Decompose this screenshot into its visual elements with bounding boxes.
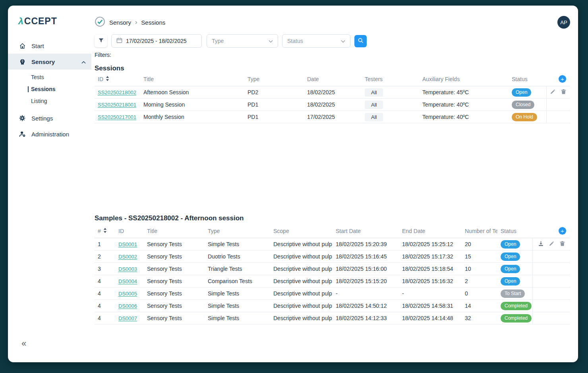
column-header: Title (144, 225, 205, 238)
sample-id-link[interactable]: DS0002 (118, 254, 137, 260)
delete-icon[interactable] (559, 241, 565, 248)
sample-start: 18/02/2025 15:16:00 (333, 263, 399, 275)
session-title: Monthly Session (140, 111, 244, 123)
add-sample-button[interactable]: + (559, 227, 566, 235)
status-select[interactable]: Status (282, 34, 350, 48)
type-select-placeholder: Type (212, 38, 224, 44)
sample-end: 18/02/2025 14:58:31 (399, 300, 462, 312)
user-avatar[interactable]: AP (557, 16, 570, 29)
session-id-link[interactable]: SS20250218001 (98, 102, 136, 108)
breadcrumb-section[interactable]: Sensory (109, 19, 131, 26)
main-content: Sensory › Sessions AP 17/02/2025 - 18/02… (91, 6, 578, 362)
testers-chip: All (365, 88, 383, 97)
download-icon[interactable] (538, 241, 544, 248)
session-aux: Temperature: 40ºC (419, 99, 509, 111)
column-header: Scope (270, 225, 333, 238)
sample-title: Sensory Tests (144, 275, 205, 288)
sidebar-item-sessions[interactable]: Sessions (8, 83, 91, 95)
session-id-link[interactable]: SS20250217001 (98, 114, 136, 120)
filter-button[interactable] (95, 35, 107, 47)
sort-icon (103, 228, 107, 234)
user-admin-icon (18, 130, 26, 138)
search-icon (358, 37, 364, 45)
sample-id-link[interactable]: DS0005 (118, 291, 137, 297)
sidebar-collapse-button[interactable]: « (21, 338, 26, 349)
column-header-label: # (98, 228, 101, 234)
testers-chip: All (365, 113, 383, 121)
column-header: Status (497, 225, 532, 238)
session-aux: Temperature: 45ºC (419, 86, 509, 99)
sample-row[interactable]: 4 DS0006 Sensory Tests Simple Tests Desc… (95, 300, 570, 312)
samples-sort-num[interactable]: # (98, 228, 107, 234)
session-row[interactable]: SS20250218001 Morning Session PD1 18/02/… (95, 99, 570, 111)
sidebar-item-label: Settings (31, 115, 53, 122)
sidebar: λCCEPT Start Sensory Tests Sessio (8, 6, 91, 362)
session-row[interactable]: SS20250218002 Afternoon Session PD2 18/0… (95, 86, 570, 99)
delete-icon[interactable] (561, 89, 567, 96)
sample-row[interactable]: 1 DS0001 Sensory Tests Simple Tests Desc… (95, 238, 570, 251)
sidebar-item-label: Start (31, 43, 44, 49)
edit-icon[interactable] (549, 241, 555, 248)
sidebar-item-label: Sensory (31, 58, 55, 65)
sample-testers: 10 (462, 263, 497, 275)
sample-id-link[interactable]: DS0006 (118, 303, 137, 309)
status-badge: Open (501, 253, 520, 261)
calendar-icon (116, 37, 122, 45)
sidebar-item-administration[interactable]: Administration (8, 126, 91, 142)
sample-testers: 14 (462, 300, 497, 312)
sample-row[interactable]: 4 DS0007 Sensory Tests Simple Tests Desc… (95, 312, 570, 324)
status-badge: Closed (512, 101, 534, 109)
sidebar-item-tests[interactable]: Tests (8, 71, 91, 83)
sample-end: 18/02/2025 14:14:48 (399, 312, 462, 324)
sample-type: Duotrio Tests (205, 251, 270, 263)
sample-title: Sensory Tests (144, 263, 205, 275)
sample-id-link[interactable]: DS0004 (118, 278, 137, 284)
session-row[interactable]: SS20250217001 Monthly Session PD1 17/02/… (95, 111, 570, 123)
search-button[interactable] (354, 35, 367, 47)
sample-row[interactable]: 3 DS0003 Sensory Tests Triangle Tests De… (95, 263, 570, 275)
sample-row[interactable]: 4 DS0004 Sensory Tests Comparison Tests … (95, 275, 570, 288)
date-range-input[interactable]: 17/02/2025 - 18/02/2025 (111, 34, 202, 48)
sample-scope: Descriptive without pulp (270, 312, 333, 324)
testers-chip: All (365, 101, 383, 109)
sidebar-item-settings[interactable]: Settings (8, 110, 91, 126)
sample-scope: Descriptive without pulp (270, 251, 333, 263)
add-session-button[interactable]: + (559, 75, 566, 83)
edit-icon[interactable] (550, 89, 556, 96)
sample-title: Sensory Tests (144, 251, 205, 263)
sample-row[interactable]: 4 DS0005 Sensory Tests Simple Tests Desc… (95, 288, 570, 300)
sample-scope: Descriptive without pulp (270, 288, 333, 300)
breadcrumb-page[interactable]: Sessions (141, 19, 165, 26)
sample-id-link[interactable]: DS0007 (118, 315, 137, 321)
sample-type: Simple Tests (205, 288, 270, 300)
breadcrumb-separator: › (135, 19, 137, 26)
sessions-sort-id[interactable]: ID (98, 76, 109, 82)
sample-id-link[interactable]: DS0003 (118, 266, 137, 272)
session-type: PD2 (244, 86, 304, 99)
column-header: Number of Testers (462, 225, 497, 238)
sample-num: 4 (95, 312, 115, 324)
column-header: Date (304, 74, 362, 86)
sidebar-item-start[interactable]: Start (8, 38, 91, 54)
filters-label: Filters: (95, 52, 570, 59)
sidebar-item-listing[interactable]: Listing (8, 95, 91, 107)
samples-header-row: # ID Title Type Scope Start Date End Dat… (95, 225, 570, 238)
sample-row[interactable]: 2 DS0002 Sensory Tests Duotrio Tests Des… (95, 251, 570, 263)
sample-testers: 2 (462, 275, 497, 288)
sessions-panel: ID Title Type Date Testers Auxiliary Fie… (95, 73, 570, 214)
column-header-label: ID (98, 76, 103, 82)
sample-end: 18/02/2025 15:17:32 (399, 251, 462, 263)
sample-id-link[interactable]: DS0001 (118, 241, 137, 247)
sidebar-item-sensory[interactable]: Sensory (8, 54, 91, 70)
status-badge: Open (501, 277, 520, 286)
sample-scope: Descriptive without pulp (270, 275, 333, 288)
sample-scope: Descriptive without pulp (270, 300, 333, 312)
session-id-link[interactable]: SS20250218002 (98, 89, 136, 95)
sample-type: Comparison Tests (205, 275, 270, 288)
sidebar-item-label: Sessions (31, 86, 55, 92)
chevron-down-icon (341, 38, 345, 44)
sample-num: 1 (95, 238, 115, 251)
type-select[interactable]: Type (207, 34, 278, 48)
sample-num: 3 (95, 263, 115, 275)
sample-testers: 32 (462, 312, 497, 324)
